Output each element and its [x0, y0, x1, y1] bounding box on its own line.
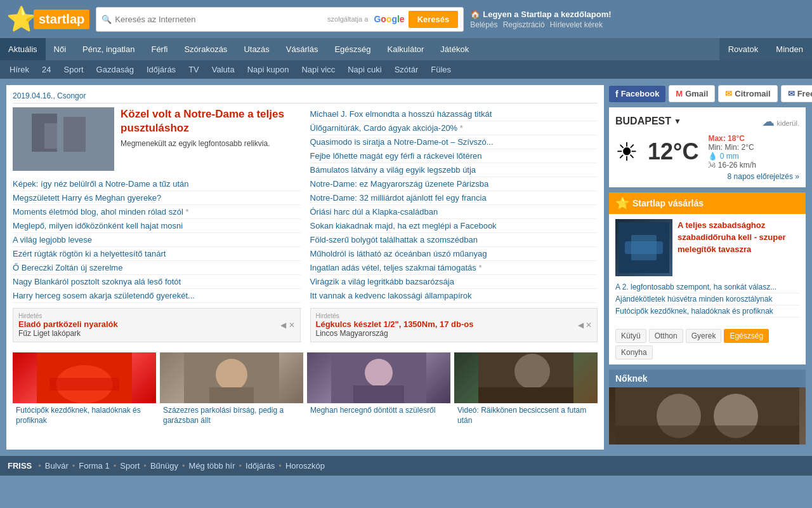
date-link[interactable]: 2019.04.16., Csongor [13, 91, 86, 100]
nav-gazdasag[interactable]: Gazdaság [90, 60, 140, 79]
news-link[interactable]: Meglepő, milyen időközönként kell hajat … [13, 221, 183, 231]
newsletter-link[interactable]: Hírlevelet kérek [550, 20, 603, 29]
news-link[interactable]: Műholdról is látható az óceánban úszó mű… [310, 249, 487, 258]
nav-napi-vicc[interactable]: Napi vicc [295, 60, 341, 79]
register-link[interactable]: Regisztráció [503, 20, 545, 29]
ad-link[interactable]: Légkulcs készlet 1/2", 1350Nm, 17 db-os [316, 319, 474, 329]
nav-kalkulator[interactable]: Kalkulátor [379, 38, 433, 60]
news-link[interactable]: Notre-Dame: 32 milliárdot ajánlott fel e… [310, 193, 487, 203]
nav-aktualis[interactable]: Aktuális [0, 38, 46, 60]
ad-close-icon[interactable]: ✕ [586, 321, 592, 330]
nav-rovatok[interactable]: Rovatok [719, 38, 768, 60]
bottom-bulvar[interactable]: Bulvár [45, 461, 69, 471]
thumb-link-2[interactable]: Meghan hercegnő döntött a szülésről [310, 406, 435, 415]
bottom-forma1[interactable]: Forma 1 [79, 461, 109, 471]
news-link[interactable]: Ülőgarnitúrák, Cardo ágyak akciója-20% [310, 123, 458, 133]
search-button[interactable]: Keresés [409, 11, 459, 28]
news-link[interactable]: Notre-Dame: ez Magyarország üzenete Pári… [310, 179, 489, 189]
nav-hirek[interactable]: Hírek [3, 60, 36, 79]
news-link[interactable]: Sokan kiakadnak majd, ha ezt meglépi a F… [310, 221, 497, 231]
ad-block-left: Hirdetés Eladó partközeli nyaralók Fűz L… [13, 308, 301, 342]
ad-next-icon[interactable]: ✕ [289, 321, 295, 330]
header-links: Belépés Regisztráció Hírlevelet kérek [470, 20, 603, 29]
weather-forecast-link[interactable]: 8 napos előrejelzés » [615, 172, 799, 181]
news-link[interactable]: Ezért rúgták rögtön ki a helyettesítő ta… [13, 249, 166, 258]
news-link[interactable]: Harry herceg sosem akarja születendő gye… [13, 291, 195, 300]
nav-ferfi[interactable]: Férfi [143, 38, 176, 60]
shop-tag-gyerek[interactable]: Gyerek [686, 329, 722, 343]
news-link[interactable]: Moments életmód blog, ahol minden rólad … [13, 207, 183, 217]
top-story-link[interactable]: Közel volt a Notre-Dame a teljes pusztul… [121, 108, 284, 134]
search-icon: 🔍 [102, 15, 112, 24]
main-container: 2019.04.16., Csongor Közel volt a Notre-… [0, 79, 812, 456]
thumb-link-0[interactable]: Futócipők kezdőknek, haladóknak és profi… [16, 406, 141, 425]
thumb-link-1[interactable]: Százezres parkolási bírság, pedig a gará… [163, 406, 284, 425]
nav-24[interactable]: 24 [36, 60, 57, 79]
nav-szorakozas[interactable]: Szórakozás [176, 38, 235, 60]
nav-tv[interactable]: TV [182, 60, 206, 79]
nav-penz-ingatlan[interactable]: Pénz, ingatlan [74, 38, 143, 60]
news-link[interactable]: Képek: így néz belülről a Notre-Dame a t… [13, 179, 188, 189]
nav-noi[interactable]: Női [46, 38, 75, 60]
search-form: 🔍 szolgáltatja a Google Keresés [96, 7, 464, 32]
news-link[interactable]: Nagy Blankáról posztolt szoknya alá leső… [13, 277, 181, 286]
nav-napi-cuki[interactable]: Napi cuki [341, 60, 388, 79]
shop-tag-otthon[interactable]: Otthon [649, 329, 683, 343]
news-link[interactable]: Óriási harc dúl a Klapka-családban [310, 207, 438, 217]
thumb-link-3[interactable]: Videó: Räikkönen becsiccsent a futam utá… [457, 406, 586, 425]
news-link[interactable]: Michael J. Fox elmondta a hosszú házassá… [310, 109, 492, 119]
nav-fules[interactable]: Füles [424, 60, 457, 79]
shop-tag-konyha[interactable]: Konyha [615, 345, 653, 359]
news-link[interactable]: Itt vannak a kedvenc lakossági állampapí… [310, 291, 472, 300]
news-link[interactable]: Quasimodo is siratja a Notre-Dame-ot – S… [310, 137, 494, 147]
bottom-meg-tobb-hir[interactable]: Még több hír [189, 461, 235, 471]
news-link[interactable]: Megszületett Harry és Meghan gyereke? [13, 193, 161, 203]
news-link[interactable]: Ingatlan adás vétel, teljes szakmai támo… [310, 263, 476, 272]
news-link[interactable]: A világ legjobb levese [13, 235, 92, 244]
shop-product-title[interactable]: A teljes szabadsághoz szabadidőruha kell… [678, 219, 799, 276]
shop-link-1[interactable]: Ajándékötletek húsvétra minden korosztál… [615, 293, 799, 305]
svg-rect-18 [631, 235, 657, 260]
nav-utazas[interactable]: Utazás [235, 38, 277, 60]
shop-tag-kutyü[interactable]: Kütyü [615, 329, 646, 343]
citromail-button[interactable]: ✉ Citromail [718, 85, 777, 102]
shop-tag-egeszseg[interactable]: Egészség [724, 329, 769, 343]
date-author: 2019.04.16., Csongor [13, 91, 598, 104]
nav-jatekok[interactable]: Játékok [432, 38, 477, 60]
sidebar: f Facebook M Gmail ✉ Citromail ✉ Freemai… [609, 85, 806, 450]
search-input[interactable] [115, 15, 327, 24]
ad-link[interactable]: Eladó partközeli nyaralók [18, 319, 118, 329]
weather-header: BUDAPEST ▼ ☁ kiderül. [615, 114, 799, 129]
news-link[interactable]: Föld-szerű bolygót találhattak a szomszé… [310, 235, 478, 244]
bottom-horoszkop[interactable]: Horoszkóp [285, 461, 325, 471]
weather-temperature: 12°C [648, 138, 698, 165]
nav-valuta[interactable]: Valuta [206, 60, 241, 79]
login-link[interactable]: Belépés [470, 20, 497, 29]
freemail-button[interactable]: ✉ Freemail [781, 85, 812, 102]
shop-link-2[interactable]: Futócipők kezdőknek, haladóknak és profi… [615, 305, 799, 318]
news-link[interactable]: Ő Bereczki Zoltán új szerelme [13, 263, 122, 272]
ad-prev-icon[interactable]: ◀ [280, 321, 286, 330]
bottom-sport[interactable]: Sport [120, 461, 140, 471]
bottom-bunugy[interactable]: Bűnügy [150, 461, 178, 471]
ad-prev-icon[interactable]: ◀ [578, 321, 584, 330]
ad-sub: Lincos Magyarország [316, 329, 474, 338]
nav-szotar[interactable]: Szótár [388, 60, 425, 79]
weather-city[interactable]: BUDAPEST ▼ [615, 116, 681, 127]
nav-sport[interactable]: Sport [58, 60, 90, 79]
news-link[interactable]: Fejbe lőhette magát egy férfi a ráckevei… [310, 151, 482, 161]
gmail-button[interactable]: M Gmail [669, 85, 715, 102]
logo[interactable]: ⭐ startlap [6, 5, 89, 33]
shop-link-0[interactable]: A 2. legfontosabb szempont, ha sonkát vá… [615, 281, 799, 293]
nav-minden[interactable]: Minden [767, 38, 812, 60]
news-link[interactable]: Bámulatos látvány a világ egyik legszebb… [310, 165, 476, 175]
news-link[interactable]: Virágzik a világ legritkább bazsarózsája [310, 277, 454, 286]
facebook-button[interactable]: f Facebook [609, 86, 665, 102]
nav-napi-kupon[interactable]: Napi kupon [241, 60, 296, 79]
bottom-idojaras[interactable]: Időjárás [246, 461, 275, 471]
nav-vasarlas[interactable]: Vásárlás [278, 38, 327, 60]
list-item: Sokan kiakadnak majd, ha ezt meglépi a F… [310, 219, 598, 233]
nav-idojaras[interactable]: Időjárás [140, 60, 182, 79]
facebook-icon: f [615, 89, 619, 99]
nav-egeszseg[interactable]: Egészség [326, 38, 379, 60]
